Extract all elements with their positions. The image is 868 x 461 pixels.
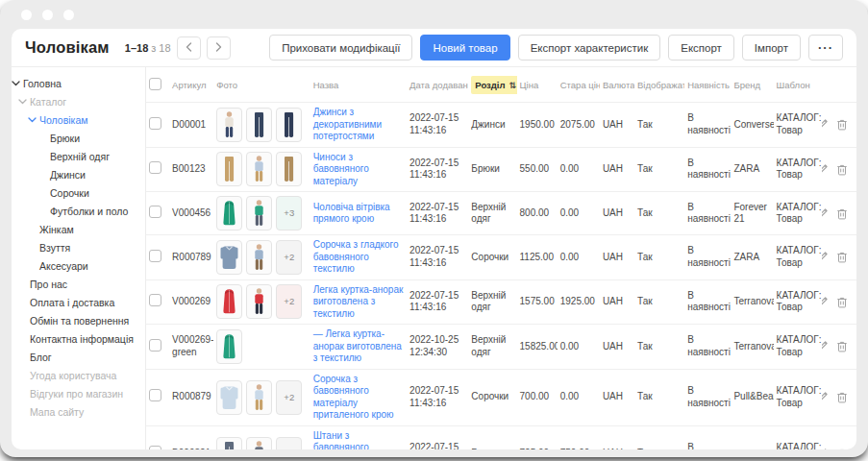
product-name-link[interactable]: Чиноси з бавовняного матеріалу — [313, 152, 404, 188]
sidebar-item[interactable]: Джинси — [12, 165, 145, 183]
product-name-link[interactable]: Сорочка з гладкого бавовняного текстилю — [313, 239, 404, 276]
row-checkbox[interactable] — [149, 389, 161, 401]
row-checkbox[interactable] — [149, 446, 161, 449]
sidebar-item[interactable]: Про нас — [12, 275, 145, 293]
sidebar-item[interactable]: Мапа сайту — [12, 402, 145, 421]
row-checkbox[interactable] — [149, 339, 161, 352]
edit-icon[interactable] — [822, 340, 829, 352]
product-photo[interactable] — [216, 240, 242, 275]
column-header-name[interactable]: Назва — [310, 67, 407, 103]
product-photo[interactable] — [216, 108, 242, 142]
products-table-area: АртикулФотоНазваДата додаванняРозділ⇅Цін… — [146, 67, 856, 449]
delete-icon[interactable] — [836, 163, 848, 176]
delete-icon[interactable] — [836, 448, 848, 449]
product-photo[interactable] — [216, 196, 242, 230]
edit-icon[interactable] — [822, 448, 829, 449]
sidebar-item[interactable]: Аксесуари — [12, 256, 145, 275]
product-photo[interactable] — [246, 437, 272, 450]
old-price-cell: 0.00 — [558, 325, 600, 370]
edit-icon[interactable] — [822, 391, 829, 403]
column-header-sku[interactable]: Артикул — [169, 67, 213, 103]
edit-icon[interactable] — [822, 118, 829, 131]
product-photo[interactable] — [246, 108, 272, 142]
select-all-checkbox[interactable] — [149, 78, 161, 90]
more-photos-badge[interactable]: +2 — [276, 380, 302, 415]
more-photos-badge[interactable]: +2 — [276, 437, 302, 450]
import-button[interactable]: Імпорт — [742, 35, 801, 61]
row-checkbox[interactable] — [149, 161, 161, 174]
column-header-currency[interactable]: Валюта — [600, 67, 634, 103]
prev-page-button[interactable] — [177, 36, 201, 60]
product-photo[interactable] — [246, 240, 272, 275]
column-header-availability[interactable]: Наявність — [684, 67, 731, 103]
delete-icon[interactable] — [836, 118, 848, 131]
column-header-date[interactable]: Дата додавання — [407, 67, 468, 103]
sidebar-item[interactable]: Взуття — [12, 238, 145, 256]
hide-modifications-button[interactable]: Приховати модифікації — [269, 35, 412, 61]
column-header-price[interactable]: Ціна — [517, 67, 558, 103]
sidebar-item[interactable]: Блог — [12, 348, 145, 366]
product-name-link[interactable]: Легка куртка-анорак виготовлена з тексти… — [313, 284, 404, 321]
row-checkbox[interactable] — [149, 250, 161, 262]
sidebar-item[interactable]: Угода користувача — [12, 366, 145, 384]
delete-icon[interactable] — [836, 207, 848, 220]
export-characteristics-button[interactable]: Експорт характеристик — [518, 35, 661, 61]
product-photo[interactable] — [246, 284, 272, 319]
product-photo[interactable] — [216, 437, 242, 450]
product-name-link[interactable]: Чоловіча вітрівка прямого крою — [313, 202, 404, 226]
product-photo[interactable] — [246, 152, 272, 186]
sort-icon[interactable]: ⇅ — [509, 81, 517, 90]
column-header-display[interactable]: Відображати — [634, 67, 684, 103]
sidebar-item[interactable]: Чоловікам — [12, 110, 145, 129]
sidebar-item[interactable]: Головна — [12, 74, 145, 92]
more-photos-badge[interactable]: +3 — [276, 196, 302, 230]
row-checkbox[interactable] — [149, 117, 161, 130]
row-checkbox[interactable] — [149, 206, 161, 218]
more-actions-button[interactable]: ··· — [808, 35, 843, 61]
product-photo[interactable] — [216, 284, 242, 319]
edit-icon[interactable] — [822, 163, 829, 176]
row-checkbox[interactable] — [149, 294, 161, 306]
edit-icon[interactable] — [822, 251, 829, 263]
sidebar-item[interactable]: Жінкам — [12, 220, 145, 238]
product-photo[interactable] — [216, 329, 242, 364]
delete-icon[interactable] — [836, 296, 848, 308]
sidebar-item[interactable]: Верхній одяг — [12, 147, 145, 165]
delete-icon[interactable] — [836, 251, 848, 263]
sidebar-item[interactable]: Сорочки — [12, 183, 145, 202]
column-header-section[interactable]: Розділ⇅ — [468, 67, 516, 103]
product-photo[interactable] — [216, 152, 242, 186]
sidebar-item[interactable]: Каталог — [12, 92, 145, 110]
window-dot[interactable] — [42, 10, 53, 20]
sidebar-item[interactable]: Оплата і доставка — [12, 293, 145, 311]
sidebar-item[interactable]: Футболки и поло — [12, 202, 145, 220]
product-photo[interactable] — [276, 108, 302, 142]
product-name-link[interactable]: — Легка куртка-анорак виготовлена з текс… — [313, 328, 404, 365]
column-header-brand[interactable]: Бренд — [731, 67, 773, 103]
column-header-photos[interactable]: Фото — [213, 67, 310, 103]
product-photo[interactable] — [246, 196, 272, 230]
product-photo[interactable] — [276, 152, 302, 186]
sidebar-item[interactable]: Відгуки про магазин — [12, 384, 145, 402]
sidebar-item[interactable]: Обмін та повернення — [12, 311, 145, 329]
more-photos-badge[interactable]: +2 — [276, 284, 302, 319]
edit-icon[interactable] — [822, 207, 829, 220]
window-dot[interactable] — [21, 10, 32, 20]
sidebar-item[interactable]: Брюки — [12, 129, 145, 147]
more-photos-badge[interactable]: +2 — [276, 240, 302, 275]
product-name-link[interactable]: Штани з бавовняного матеріалу прямого кр… — [313, 430, 404, 450]
edit-icon[interactable] — [822, 296, 829, 308]
column-header-old_price[interactable]: Стара ціна — [558, 67, 600, 103]
delete-icon[interactable] — [836, 391, 848, 403]
next-page-button[interactable] — [207, 36, 231, 60]
column-header-template[interactable]: Шаблон — [774, 67, 822, 103]
product-photo[interactable] — [216, 380, 242, 415]
sidebar-item[interactable]: Контактна інформація — [12, 329, 145, 348]
export-button[interactable]: Експорт — [668, 35, 734, 61]
product-photo[interactable] — [246, 380, 272, 415]
product-name-link[interactable]: Джинси з декоративними потертостями — [313, 107, 404, 143]
product-name-link[interactable]: Сорочка з бавовняного матеріалу притален… — [313, 374, 404, 422]
delete-icon[interactable] — [836, 340, 848, 352]
new-product-button[interactable]: Новий товар — [420, 35, 509, 61]
window-dot[interactable] — [63, 10, 74, 20]
